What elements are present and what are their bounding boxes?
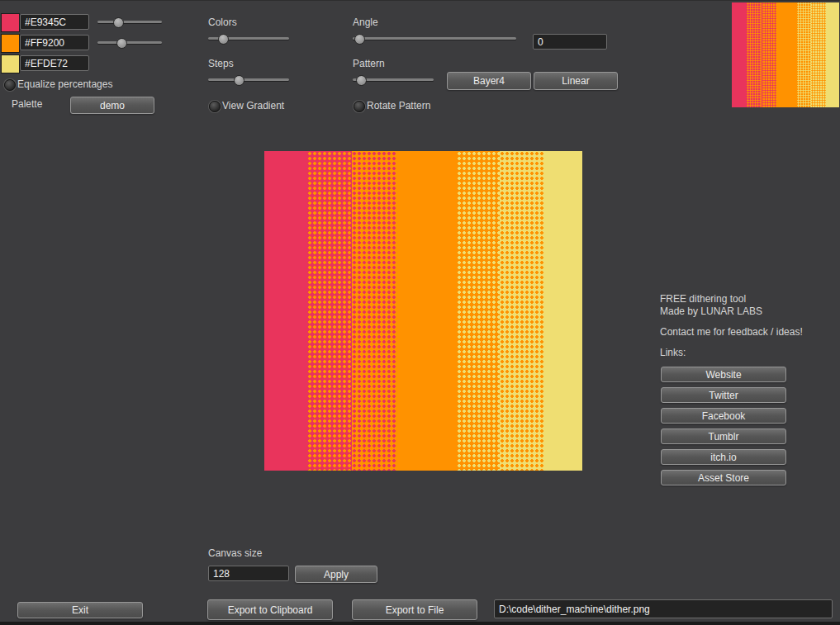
info-line-2: Made by LUNAR LABS bbox=[660, 306, 762, 317]
color-hex-input-1[interactable] bbox=[20, 14, 89, 30]
apply-button[interactable]: Apply bbox=[295, 566, 377, 583]
export-path-input[interactable] bbox=[494, 599, 833, 618]
color-swatch-2[interactable] bbox=[1, 34, 20, 53]
dither-output-canvas[interactable] bbox=[264, 151, 582, 471]
exit-button[interactable]: Exit bbox=[17, 602, 143, 618]
slider-track bbox=[353, 37, 516, 40]
dither-band bbox=[762, 2, 776, 107]
dither-band bbox=[544, 151, 582, 471]
color-hex-input-3[interactable] bbox=[20, 55, 89, 71]
slider-track bbox=[97, 21, 162, 23]
dither-band bbox=[826, 2, 839, 107]
dither-band bbox=[457, 151, 500, 471]
slider-handle[interactable] bbox=[356, 75, 367, 86]
pattern-slider[interactable] bbox=[353, 74, 434, 85]
export-file-button[interactable]: Export to File bbox=[352, 599, 477, 620]
dither-band bbox=[307, 151, 352, 471]
dither-band bbox=[747, 2, 762, 107]
dither-band bbox=[811, 2, 826, 107]
palette-label: Palette bbox=[12, 99, 42, 110]
colors-label: Colors bbox=[208, 17, 237, 28]
slider-handle[interactable] bbox=[113, 17, 124, 28]
steps-slider[interactable] bbox=[208, 74, 289, 85]
link-button-twitter[interactable]: Twitter bbox=[661, 387, 786, 403]
rotate-pattern-label: Rotate Pattern bbox=[367, 101, 430, 111]
link-button-itchio[interactable]: itch.io bbox=[661, 449, 786, 465]
gradient-preview bbox=[732, 2, 839, 107]
bayer4-button[interactable]: Bayer4 bbox=[447, 72, 531, 90]
info-contact: Contact me for feedback / ideas! bbox=[660, 327, 803, 338]
export-clipboard-button[interactable]: Export to Clipboard bbox=[207, 599, 333, 620]
link-button-asset-store[interactable]: Asset Store bbox=[661, 470, 786, 485]
linear-button[interactable]: Linear bbox=[534, 72, 618, 90]
colors-slider[interactable] bbox=[208, 33, 289, 44]
view-gradient-label: View Gradient bbox=[222, 101, 284, 111]
equalize-percentages-toggle[interactable] bbox=[4, 79, 16, 91]
dither-band bbox=[352, 151, 396, 471]
dither-band bbox=[776, 2, 797, 107]
angle-value-input[interactable] bbox=[533, 34, 607, 50]
dither-band bbox=[797, 2, 812, 107]
view-gradient-toggle[interactable] bbox=[209, 101, 221, 112]
link-button-tumblr[interactable]: Tumblr bbox=[661, 429, 786, 444]
equalize-percentages-label: Equalize percentages bbox=[17, 79, 112, 90]
slider-handle[interactable] bbox=[116, 38, 127, 49]
canvas-size-input[interactable] bbox=[208, 566, 289, 581]
slider-handle[interactable] bbox=[354, 34, 365, 45]
color-hex-input-2[interactable] bbox=[20, 35, 89, 50]
canvas-size-label: Canvas size bbox=[208, 548, 262, 559]
color-swatch-1[interactable] bbox=[1, 13, 20, 32]
link-button-facebook[interactable]: Facebook bbox=[661, 408, 786, 424]
pattern-label: Pattern bbox=[353, 59, 385, 69]
rotate-pattern-toggle[interactable] bbox=[354, 101, 365, 112]
dither-band bbox=[264, 151, 307, 471]
angle-slider[interactable] bbox=[353, 33, 516, 44]
angle-label: Angle bbox=[353, 17, 378, 28]
dither-band bbox=[732, 2, 747, 107]
palette-demo-button[interactable]: demo bbox=[70, 97, 154, 114]
slider-handle[interactable] bbox=[218, 34, 229, 45]
slider-track bbox=[97, 41, 162, 44]
slider-handle[interactable] bbox=[234, 75, 244, 86]
info-line-1: FREE dithering tool bbox=[660, 294, 746, 305]
color-swatch-3[interactable] bbox=[1, 54, 20, 73]
dither-machine-window: Equalize percentages Palette demo Colors… bbox=[0, 0, 840, 625]
dither-band bbox=[396, 151, 457, 471]
dither-band bbox=[500, 151, 544, 471]
slider-track bbox=[208, 78, 289, 81]
links-label: Links: bbox=[660, 348, 686, 358]
color-weight-slider-2[interactable] bbox=[97, 37, 162, 48]
color-weight-slider-1[interactable] bbox=[97, 17, 162, 27]
link-button-website[interactable]: Website bbox=[661, 367, 786, 382]
steps-label: Steps bbox=[208, 59, 234, 69]
